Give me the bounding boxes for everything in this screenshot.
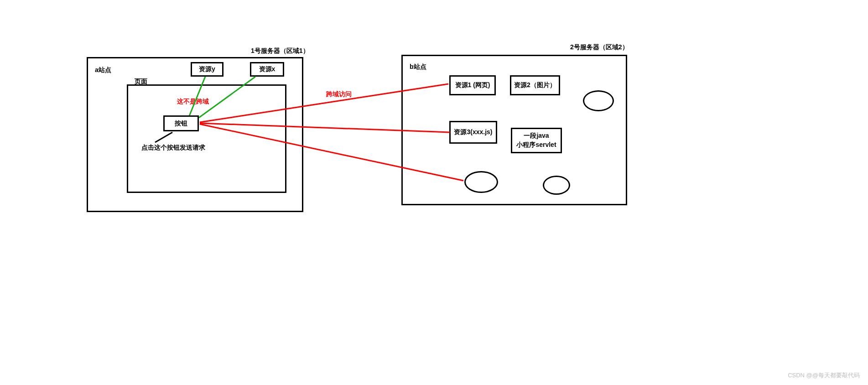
resource-y-label: 资源y [199,65,215,74]
ellipse-1 [583,90,614,111]
ellipse-2 [464,171,498,193]
server1-title: 1号服务器（区域1） [251,47,309,55]
java-servlet-box: 一段java 小程序servlet [511,128,562,153]
resource3-box: 资源3(xxx.js) [449,121,497,144]
server2-title: 2号服务器（区域2） [570,43,629,52]
java-servlet-label: 一段java 小程序servlet [516,131,556,149]
button-box[interactable]: 按钮 [163,115,199,131]
page-label: 页面 [135,78,147,86]
resource2-box: 资源2（图片） [510,75,560,95]
watermark: CSDN @@每天都要敲代码 [788,371,860,380]
site-b-label: b站点 [410,63,426,71]
resource-x-box: 资源x [250,62,284,77]
cross-origin-label: 跨域访问 [326,90,352,99]
click-hint-label: 点击这个按钮发送请求 [141,144,205,152]
resource1-label: 资源1 (网页) [455,81,490,90]
button-label: 按钮 [175,119,187,128]
resource-y-box: 资源y [191,62,223,77]
resource3-label: 资源3(xxx.js) [454,128,492,137]
site-a-label: a站点 [95,66,111,74]
not-cross-origin-label: 这不是跨域 [177,98,209,106]
resource1-box: 资源1 (网页) [449,75,496,95]
resource2-label: 资源2（图片） [514,81,556,90]
ellipse-3 [543,176,570,195]
resource-x-label: 资源x [259,65,275,74]
